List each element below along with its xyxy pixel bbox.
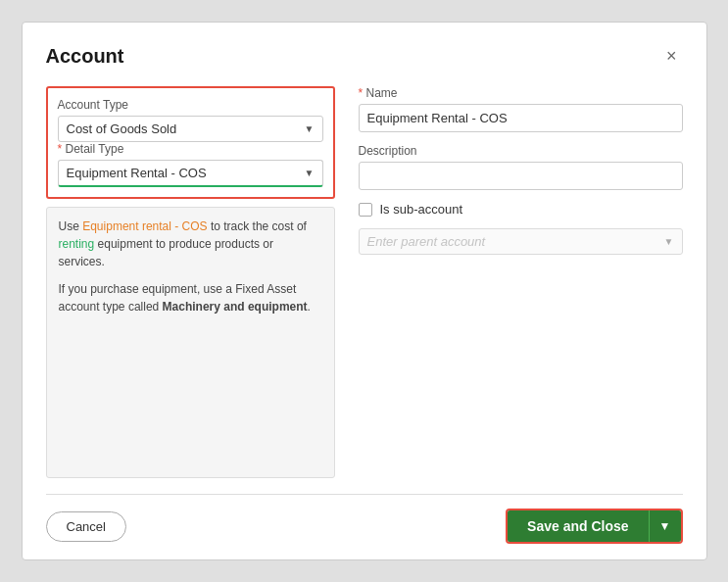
info-box: Use Equipment rental - COS to track the … bbox=[46, 207, 335, 478]
sub-account-checkbox[interactable] bbox=[359, 203, 372, 217]
info-paragraph-2: If you purchase equipment, use a Fixed A… bbox=[59, 280, 322, 315]
detail-type-field: Detail Type Equipment Rental - COS ▼ bbox=[58, 142, 323, 187]
detail-type-value: Equipment Rental - COS bbox=[67, 166, 305, 180]
sub-account-label: Is sub-account bbox=[380, 202, 463, 217]
dialog-body: Account Type Cost of Goods Sold ▼ Detail… bbox=[46, 86, 683, 478]
info-highlight-equipment: Equipment rental - COS bbox=[82, 219, 207, 233]
account-type-section: Account Type Cost of Goods Sold ▼ Detail… bbox=[46, 86, 335, 199]
close-button[interactable]: × bbox=[660, 42, 683, 71]
sub-account-row: Is sub-account bbox=[359, 202, 683, 217]
save-close-group: Save and Close ▼ bbox=[506, 509, 682, 544]
description-input[interactable] bbox=[359, 162, 683, 190]
dialog-title: Account bbox=[46, 45, 124, 68]
parent-account-arrow-icon: ▼ bbox=[664, 236, 674, 247]
name-field: Name bbox=[359, 86, 683, 132]
dialog-footer: Cancel Save and Close ▼ bbox=[46, 494, 683, 544]
cancel-button[interactable]: Cancel bbox=[46, 511, 126, 542]
description-label: Description bbox=[359, 144, 683, 158]
account-type-arrow-icon: ▼ bbox=[305, 123, 315, 134]
name-label: Name bbox=[359, 86, 683, 100]
save-close-button[interactable]: Save and Close bbox=[508, 510, 649, 542]
detail-type-arrow-icon: ▼ bbox=[305, 168, 315, 178]
right-column: Name Description Is sub-account Enter pa… bbox=[359, 86, 683, 478]
save-close-dropdown-button[interactable]: ▼ bbox=[649, 510, 681, 542]
account-type-label: Account Type bbox=[58, 98, 323, 112]
parent-account-wrapper: Enter parent account ▼ bbox=[359, 228, 683, 255]
account-dialog: Account × Account Type Cost of Goods Sol… bbox=[22, 22, 707, 560]
info-highlight-renting: renting bbox=[59, 237, 95, 251]
account-type-field: Account Type Cost of Goods Sold ▼ bbox=[58, 98, 323, 142]
account-type-select[interactable]: Cost of Goods Sold ▼ bbox=[58, 116, 323, 142]
dialog-header: Account × bbox=[46, 42, 683, 71]
detail-type-select[interactable]: Equipment Rental - COS ▼ bbox=[58, 160, 323, 187]
info-paragraph-1: Use Equipment rental - COS to track the … bbox=[59, 218, 322, 270]
parent-account-placeholder: Enter parent account bbox=[367, 234, 664, 249]
detail-type-label: Detail Type bbox=[58, 142, 323, 156]
info-bold-machinery: Machinery and equipment bbox=[163, 300, 308, 314]
name-input[interactable] bbox=[359, 104, 683, 132]
left-column: Account Type Cost of Goods Sold ▼ Detail… bbox=[46, 86, 335, 478]
description-field: Description bbox=[359, 144, 683, 190]
account-type-value: Cost of Goods Sold bbox=[67, 121, 305, 136]
